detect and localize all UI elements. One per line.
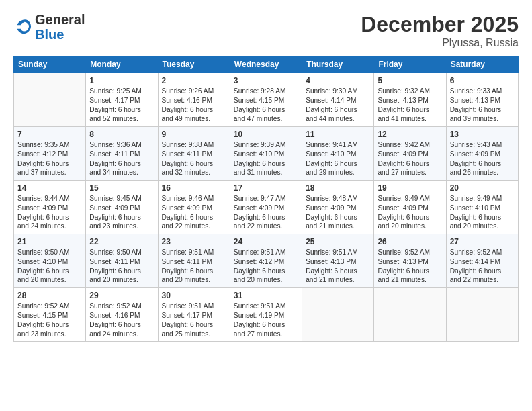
day-number: 28 bbox=[17, 291, 82, 300]
calendar-row-2: 7Sunrise: 9:35 AM Sunset: 4:12 PM Daylig… bbox=[14, 127, 519, 181]
day-number: 30 bbox=[162, 291, 226, 300]
day-info: Sunrise: 9:35 AM Sunset: 4:12 PM Dayligh… bbox=[17, 140, 82, 177]
calendar-cell bbox=[374, 288, 446, 342]
day-number: 20 bbox=[450, 183, 515, 193]
day-info: Sunrise: 9:41 AM Sunset: 4:10 PM Dayligh… bbox=[306, 140, 370, 177]
day-number: 7 bbox=[17, 130, 82, 139]
calendar-cell: 4Sunrise: 9:30 AM Sunset: 4:14 PM Daylig… bbox=[302, 73, 374, 127]
day-info: Sunrise: 9:25 AM Sunset: 4:17 PM Dayligh… bbox=[89, 87, 154, 124]
title-block: December 2025 Plyussa, Russia bbox=[361, 12, 519, 49]
day-number: 25 bbox=[306, 237, 370, 246]
calendar-cell: 2Sunrise: 9:26 AM Sunset: 4:16 PM Daylig… bbox=[158, 73, 230, 127]
calendar-cell: 20Sunrise: 9:49 AM Sunset: 4:10 PM Dayli… bbox=[446, 181, 518, 234]
calendar-cell: 29Sunrise: 9:52 AM Sunset: 4:16 PM Dayli… bbox=[86, 288, 158, 342]
day-info: Sunrise: 9:43 AM Sunset: 4:09 PM Dayligh… bbox=[450, 140, 515, 177]
day-info: Sunrise: 9:49 AM Sunset: 4:10 PM Dayligh… bbox=[450, 194, 515, 231]
logo: General Blue bbox=[13, 12, 85, 42]
header: General Blue December 2025 Plyussa, Russ… bbox=[13, 12, 519, 49]
calendar-cell: 14Sunrise: 9:44 AM Sunset: 4:09 PM Dayli… bbox=[14, 181, 86, 234]
calendar-cell: 28Sunrise: 9:52 AM Sunset: 4:15 PM Dayli… bbox=[14, 288, 86, 342]
day-number: 2 bbox=[162, 76, 226, 85]
day-number: 22 bbox=[89, 237, 154, 246]
page: General Blue December 2025 Plyussa, Russ… bbox=[0, 0, 532, 411]
calendar-cell bbox=[14, 73, 86, 127]
calendar-cell: 8Sunrise: 9:36 AM Sunset: 4:11 PM Daylig… bbox=[86, 127, 158, 181]
day-info: Sunrise: 9:51 AM Sunset: 4:19 PM Dayligh… bbox=[234, 302, 298, 338]
calendar-row-1: 1Sunrise: 9:25 AM Sunset: 4:17 PM Daylig… bbox=[14, 73, 519, 127]
calendar-cell: 11Sunrise: 9:41 AM Sunset: 4:10 PM Dayli… bbox=[302, 127, 374, 181]
calendar-cell: 18Sunrise: 9:48 AM Sunset: 4:09 PM Dayli… bbox=[302, 181, 374, 234]
day-number: 18 bbox=[306, 183, 370, 193]
day-number: 6 bbox=[450, 76, 515, 85]
day-info: Sunrise: 9:49 AM Sunset: 4:09 PM Dayligh… bbox=[378, 194, 442, 231]
calendar-cell: 13Sunrise: 9:43 AM Sunset: 4:09 PM Dayli… bbox=[446, 127, 518, 181]
day-info: Sunrise: 9:39 AM Sunset: 4:10 PM Dayligh… bbox=[234, 140, 298, 177]
calendar-cell: 17Sunrise: 9:47 AM Sunset: 4:09 PM Dayli… bbox=[230, 181, 302, 234]
day-info: Sunrise: 9:52 AM Sunset: 4:14 PM Dayligh… bbox=[450, 248, 515, 285]
calendar-cell: 12Sunrise: 9:42 AM Sunset: 4:09 PM Dayli… bbox=[374, 127, 446, 181]
day-number: 19 bbox=[378, 183, 442, 193]
calendar-cell: 15Sunrise: 9:45 AM Sunset: 4:09 PM Dayli… bbox=[86, 181, 158, 234]
day-info: Sunrise: 9:32 AM Sunset: 4:13 PM Dayligh… bbox=[378, 87, 442, 124]
calendar-cell bbox=[446, 288, 518, 342]
calendar-cell: 19Sunrise: 9:49 AM Sunset: 4:09 PM Dayli… bbox=[374, 181, 446, 234]
calendar-cell: 23Sunrise: 9:51 AM Sunset: 4:11 PM Dayli… bbox=[158, 234, 230, 288]
day-number: 9 bbox=[162, 130, 226, 139]
day-info: Sunrise: 9:45 AM Sunset: 4:09 PM Dayligh… bbox=[89, 194, 154, 231]
calendar-cell: 31Sunrise: 9:51 AM Sunset: 4:19 PM Dayli… bbox=[230, 288, 302, 342]
day-number: 15 bbox=[89, 183, 154, 193]
logo-text: General Blue bbox=[35, 12, 85, 42]
col-header-thursday: Thursday bbox=[302, 56, 374, 73]
calendar-cell: 3Sunrise: 9:28 AM Sunset: 4:15 PM Daylig… bbox=[230, 73, 302, 127]
day-number: 11 bbox=[306, 130, 370, 139]
title-month: December 2025 bbox=[361, 12, 519, 37]
calendar-cell: 9Sunrise: 9:38 AM Sunset: 4:11 PM Daylig… bbox=[158, 127, 230, 181]
day-info: Sunrise: 9:36 AM Sunset: 4:11 PM Dayligh… bbox=[89, 140, 154, 177]
calendar-cell: 6Sunrise: 9:33 AM Sunset: 4:13 PM Daylig… bbox=[446, 73, 518, 127]
calendar-table: SundayMondayTuesdayWednesdayThursdayFrid… bbox=[13, 56, 519, 342]
day-number: 5 bbox=[378, 76, 442, 85]
logo-icon bbox=[13, 17, 32, 36]
day-info: Sunrise: 9:38 AM Sunset: 4:11 PM Dayligh… bbox=[162, 140, 226, 177]
col-header-tuesday: Tuesday bbox=[158, 56, 230, 73]
day-number: 24 bbox=[234, 237, 298, 246]
day-number: 21 bbox=[17, 237, 82, 246]
day-info: Sunrise: 9:30 AM Sunset: 4:14 PM Dayligh… bbox=[306, 87, 370, 124]
day-info: Sunrise: 9:52 AM Sunset: 4:16 PM Dayligh… bbox=[89, 302, 154, 338]
calendar-cell: 26Sunrise: 9:52 AM Sunset: 4:13 PM Dayli… bbox=[374, 234, 446, 288]
calendar-cell: 10Sunrise: 9:39 AM Sunset: 4:10 PM Dayli… bbox=[230, 127, 302, 181]
day-info: Sunrise: 9:26 AM Sunset: 4:16 PM Dayligh… bbox=[162, 87, 226, 124]
calendar-cell: 16Sunrise: 9:46 AM Sunset: 4:09 PM Dayli… bbox=[158, 181, 230, 234]
day-info: Sunrise: 9:51 AM Sunset: 4:12 PM Dayligh… bbox=[234, 248, 298, 285]
day-info: Sunrise: 9:51 AM Sunset: 4:13 PM Dayligh… bbox=[306, 248, 370, 285]
day-number: 29 bbox=[89, 291, 154, 300]
calendar-cell bbox=[302, 288, 374, 342]
col-header-wednesday: Wednesday bbox=[230, 56, 302, 73]
day-info: Sunrise: 9:28 AM Sunset: 4:15 PM Dayligh… bbox=[234, 87, 298, 124]
day-info: Sunrise: 9:52 AM Sunset: 4:13 PM Dayligh… bbox=[378, 248, 442, 285]
day-number: 27 bbox=[450, 237, 515, 246]
calendar-cell: 22Sunrise: 9:50 AM Sunset: 4:11 PM Dayli… bbox=[86, 234, 158, 288]
col-header-saturday: Saturday bbox=[446, 56, 518, 73]
day-number: 16 bbox=[162, 183, 226, 193]
day-number: 8 bbox=[89, 130, 154, 139]
day-number: 12 bbox=[378, 130, 442, 139]
day-info: Sunrise: 9:51 AM Sunset: 4:11 PM Dayligh… bbox=[162, 248, 226, 285]
day-info: Sunrise: 9:46 AM Sunset: 4:09 PM Dayligh… bbox=[162, 194, 226, 231]
calendar-cell: 7Sunrise: 9:35 AM Sunset: 4:12 PM Daylig… bbox=[14, 127, 86, 181]
day-info: Sunrise: 9:47 AM Sunset: 4:09 PM Dayligh… bbox=[234, 194, 298, 231]
day-number: 14 bbox=[17, 183, 82, 193]
day-number: 17 bbox=[234, 183, 298, 193]
day-info: Sunrise: 9:50 AM Sunset: 4:11 PM Dayligh… bbox=[89, 248, 154, 285]
day-number: 26 bbox=[378, 237, 442, 246]
calendar-cell: 24Sunrise: 9:51 AM Sunset: 4:12 PM Dayli… bbox=[230, 234, 302, 288]
day-number: 13 bbox=[450, 130, 515, 139]
calendar-cell: 27Sunrise: 9:52 AM Sunset: 4:14 PM Dayli… bbox=[446, 234, 518, 288]
day-info: Sunrise: 9:50 AM Sunset: 4:10 PM Dayligh… bbox=[17, 248, 82, 285]
col-header-monday: Monday bbox=[86, 56, 158, 73]
day-info: Sunrise: 9:42 AM Sunset: 4:09 PM Dayligh… bbox=[378, 140, 442, 177]
day-info: Sunrise: 9:51 AM Sunset: 4:17 PM Dayligh… bbox=[162, 302, 226, 338]
day-number: 23 bbox=[162, 237, 226, 246]
day-info: Sunrise: 9:52 AM Sunset: 4:15 PM Dayligh… bbox=[17, 302, 82, 338]
day-number: 3 bbox=[234, 76, 298, 85]
